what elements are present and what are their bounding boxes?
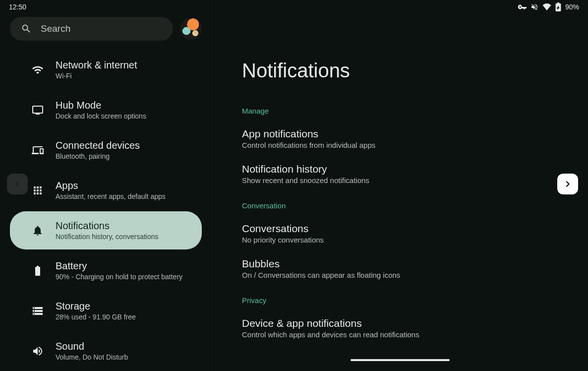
setting-row[interactable]: ConversationsNo priority conversations <box>242 216 558 251</box>
setting-subtitle: No priority conversations <box>242 236 558 244</box>
nav-back-button[interactable] <box>7 174 28 194</box>
setting-subtitle: Show recent and snoozed notifications <box>242 176 558 185</box>
sidebar-item-title: Apps <box>56 180 166 191</box>
section-header: Manage <box>242 107 558 115</box>
setting-title: Conversations <box>242 223 558 235</box>
setting-title: Device & app notifications <box>242 317 558 329</box>
account-avatar[interactable] <box>180 18 202 40</box>
setting-title: Notification history <box>242 163 558 175</box>
setting-subtitle: Control notifications from individual ap… <box>242 141 558 149</box>
sidebar-item-subtitle: Volume, Do Not Disturb <box>56 353 128 361</box>
page-title: Notifications <box>242 60 558 82</box>
setting-subtitle: Control which apps and devices can read … <box>242 330 558 339</box>
sidebar-item-subtitle: Dock and lock screen options <box>56 112 146 120</box>
setting-row[interactable]: App notificationsControl notifications f… <box>242 121 558 156</box>
setting-row[interactable]: Device & app notificationsControl which … <box>242 310 558 346</box>
sidebar-item-sound[interactable]: SoundVolume, Do Not Disturb <box>10 332 202 370</box>
chevron-left-icon <box>11 178 23 190</box>
storage-icon <box>32 305 44 317</box>
nav-forward-button[interactable] <box>557 174 578 194</box>
sidebar-item-subtitle: Wi-Fi <box>56 72 137 80</box>
sidebar-item-title: Storage <box>56 301 136 312</box>
setting-title: Bubbles <box>242 258 558 270</box>
devices-icon <box>32 144 44 156</box>
sidebar-item-apps[interactable]: AppsAssistant, recent apps, default apps <box>10 171 202 209</box>
sidebar-item-subtitle: Notification history, conversations <box>56 233 159 241</box>
sidebar-item-title: Network & internet <box>56 60 137 71</box>
apps-icon <box>32 185 44 196</box>
sidebar-item-title: Battery <box>56 260 182 272</box>
search-placeholder: Search <box>41 23 70 34</box>
sidebar-item-title: Notifications <box>56 220 159 232</box>
sidebar-item-notifications[interactable]: NotificationsNotification history, conve… <box>10 211 202 249</box>
setting-subtitle: On / Conversations can appear as floatin… <box>242 271 558 279</box>
sidebar-item-network[interactable]: Network & internetWi-Fi <box>10 51 202 89</box>
sidebar-item-connected[interactable]: Connected devicesBluetooth, pairing <box>10 131 202 169</box>
section-header: Privacy <box>242 296 558 305</box>
settings-sidebar: Search Network & internetWi-FiHub ModeDo… <box>0 0 212 371</box>
sidebar-item-subtitle: 90% - Charging on hold to protect batter… <box>56 273 182 281</box>
search-input[interactable]: Search <box>10 17 173 41</box>
battery-icon <box>32 265 44 277</box>
sound-icon <box>32 345 44 357</box>
sidebar-nav-list: Network & internetWi-FiHub ModeDock and … <box>0 50 212 371</box>
sidebar-item-title: Connected devices <box>56 140 140 151</box>
setting-row[interactable]: BubblesOn / Conversations can appear as … <box>242 251 558 286</box>
sidebar-item-subtitle: 28% used - 91.90 GB free <box>56 313 136 321</box>
sidebar-item-storage[interactable]: Storage28% used - 91.90 GB free <box>10 292 202 330</box>
sidebar-item-subtitle: Bluetooth, pairing <box>56 152 140 160</box>
settings-detail-pane: Notifications ManageApp notificationsCon… <box>212 0 588 371</box>
sidebar-item-title: Sound <box>56 341 128 352</box>
chevron-right-icon <box>562 178 574 190</box>
gesture-handle[interactable] <box>351 359 450 361</box>
sidebar-item-battery[interactable]: Battery90% - Charging on hold to protect… <box>10 251 202 290</box>
wifi-icon <box>32 64 44 76</box>
sidebar-item-title: Hub Mode <box>56 100 146 111</box>
dock-icon <box>32 104 44 116</box>
setting-row[interactable]: Notification historyShow recent and snoo… <box>242 156 558 191</box>
setting-title: App notifications <box>242 128 558 140</box>
bell-icon <box>32 225 44 237</box>
search-icon <box>21 23 32 34</box>
sidebar-item-hubmode[interactable]: Hub ModeDock and lock screen options <box>10 91 202 129</box>
section-header: Conversation <box>242 201 558 210</box>
sidebar-item-subtitle: Assistant, recent apps, default apps <box>56 192 166 200</box>
